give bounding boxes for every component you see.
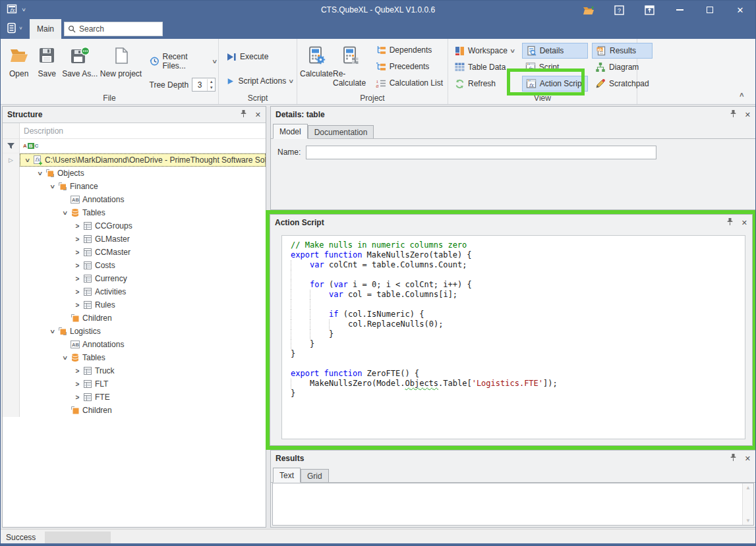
auto-filter-row[interactable]: ABC [20,139,266,153]
close-panel-icon[interactable]: ✕ [741,219,747,227]
tree-item[interactable]: >Finance [3,180,266,193]
tree-item-label: Children [82,406,112,415]
tab-grid[interactable]: Grid [301,469,329,482]
dock-window-button[interactable] [634,1,664,19]
scroll-down-icon[interactable]: ▼ [745,518,751,524]
tree-item[interactable]: >Truck [3,364,266,377]
tree-item[interactable]: ABAnnotations [3,338,266,351]
tab-main[interactable]: Main [30,19,61,39]
stepper-arrows[interactable]: ▲▼ [207,79,215,91]
svg-text:AB: AB [72,197,79,203]
chevron-down-icon[interactable]: > [35,170,45,177]
execute-button[interactable]: Execute [227,49,297,65]
chevron-right-icon[interactable]: > [73,236,82,243]
script-actions-button[interactable]: Script Actions > [227,73,297,89]
results-scrollbar[interactable]: ▲▼ [742,483,753,525]
tree-item[interactable]: >CCMaster [3,246,266,259]
results-text-area[interactable] [273,483,742,525]
chevron-right-icon[interactable]: > [73,288,82,296]
maximize-button[interactable] [695,1,725,19]
row-indicator [3,338,20,351]
chevron-right-icon[interactable]: > [73,262,82,269]
chevron-down-icon[interactable]: > [22,157,32,164]
tree-item-label: Truck [95,366,115,375]
tree-item[interactable]: >Rules [3,298,266,312]
chevron-down-icon: > [288,79,295,83]
chevron-down-icon[interactable]: > [60,354,70,362]
chevron-right-icon[interactable]: > [73,275,82,283]
scroll-up-icon[interactable]: ▲ [745,485,751,491]
recalculate-button[interactable]: Re-Calculate [333,41,368,92]
tree-item[interactable]: >Activities [3,285,266,298]
chevron-down-icon: > [509,49,516,53]
tree-item[interactable]: >Costs [3,259,266,272]
pin-icon[interactable] [730,453,737,464]
close-panel-icon[interactable]: ✕ [255,111,261,119]
ribbon-search[interactable] [64,22,163,36]
action-script-button[interactable]: fx Action Script [522,76,588,92]
column-header-description[interactable]: Description [20,123,266,138]
tree-item[interactable]: >Tables [3,206,266,219]
chevron-right-icon[interactable]: > [73,368,82,375]
tree-item[interactable]: >Objects [3,167,266,180]
ribbon-menu-button[interactable]: > [7,22,22,34]
tree-item[interactable]: >Logistics [3,325,266,338]
tree-item[interactable]: >GLMaster [3,232,266,246]
app-icon[interactable]: fx [7,3,18,16]
pin-icon[interactable] [240,109,247,120]
tab-model[interactable]: Model [273,124,308,139]
chevron-right-icon[interactable]: > [73,394,82,401]
tree-item[interactable]: >FLT [3,377,266,391]
chevron-down-icon[interactable]: > [47,183,57,190]
chevron-right-icon[interactable]: > [73,249,82,256]
workspace-button[interactable]: Workspace > [451,43,518,59]
tree-item[interactable]: ▷>fxC:\Users\MarkDiamond\OneDrive - Prim… [3,153,266,167]
table-data-button[interactable]: Table Data [451,59,518,75]
tree-item[interactable]: >Tables [3,351,266,364]
save-button[interactable]: Save [33,41,61,92]
help-button[interactable]: ? [604,1,634,19]
save-as-button[interactable]: Save As... [61,41,100,92]
refresh-button[interactable]: Refresh [451,76,518,92]
tree-depth-stepper[interactable]: 3 ▲▼ [192,78,216,92]
chevron-right-icon[interactable]: > [73,302,82,309]
close-button[interactable]: ✕ [725,1,755,19]
filter-funnel-icon[interactable] [3,139,20,153]
tree-item[interactable]: Children [3,404,266,417]
chevron-down-icon[interactable]: > [60,209,70,217]
new-project-button[interactable]: New project [99,41,142,92]
calculation-list-button[interactable]: 1a Calculation List [372,75,446,91]
search-input[interactable] [79,24,152,34]
recent-files-button[interactable]: Recent Files... > [150,52,217,70]
open-button[interactable]: Open [5,41,33,92]
collapse-ribbon-button[interactable]: > [738,93,745,97]
tree-item[interactable]: >CCGroups [3,219,266,232]
close-panel-icon[interactable]: ✕ [745,111,751,119]
code-token: } [291,349,295,359]
chevron-right-icon[interactable]: > [73,223,82,230]
dependents-button[interactable]: Dependents [372,42,446,58]
minimize-button[interactable] [664,1,695,19]
tree-item[interactable]: Children [3,312,266,325]
pin-icon[interactable] [730,109,737,120]
tree-item[interactable]: ABAnnotations [3,193,266,206]
script-view-button[interactable]: fx Script [522,59,588,75]
tab-text[interactable]: Text [273,468,301,483]
open-folder-titlebar-button[interactable] [573,1,604,19]
details-button[interactable]: Details [522,43,588,59]
indent-guide [291,260,310,270]
close-panel-icon[interactable]: ✕ [745,454,751,463]
calculate-button[interactable]: Calculate [300,41,333,92]
chevron-right-icon[interactable]: > [73,381,82,388]
name-field[interactable] [306,146,656,159]
tab-documentation[interactable]: Documentation [308,125,374,138]
precedents-button[interactable]: Precedents [372,59,446,74]
indent-guide [291,290,310,300]
pin-icon[interactable] [726,217,734,228]
tree-item[interactable]: >Currency [3,272,266,285]
group-caption-project: Project [297,94,448,103]
app-menu-chevron-icon[interactable]: > [20,8,27,11]
script-editor[interactable]: // Make nulls in numeric columns zeroexp… [281,235,745,439]
chevron-down-icon[interactable]: > [47,328,57,335]
tree-item[interactable]: >FTE [3,391,266,404]
